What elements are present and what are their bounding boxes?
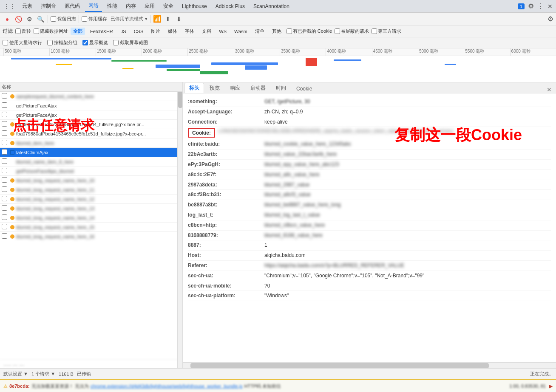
disable-cache-input[interactable] [82, 16, 87, 22]
tab-response[interactable]: 响应 [225, 83, 245, 93]
filter-ws-button[interactable]: WS [216, 28, 229, 34]
filter-wasm-button[interactable]: Wasm [232, 28, 250, 34]
more-icon[interactable]: ⋮ [537, 2, 544, 10]
request-item-8[interactable]: blurred_name_item_8_here [0, 157, 182, 166]
request-item-9[interactable]: getPictureFaceAjax_blurred [0, 166, 182, 176]
req-checkbox-6[interactable] [2, 140, 9, 146]
clear-button[interactable]: 🚫 [14, 14, 23, 24]
tick-2000: 2000 毫秒 [142, 48, 187, 56]
filter-media-button[interactable]: 媒体 [165, 28, 180, 35]
menu-application[interactable]: 应用 [141, 1, 158, 11]
menu-elements[interactable]: 元素 [19, 1, 36, 11]
close-icon[interactable]: ✕ [547, 3, 553, 10]
request-list[interactable]: 名称 samplerequest_blurred_content_here ge… [0, 82, 183, 368]
settings-icon[interactable]: ⚙ [528, 2, 534, 10]
val-epy: blurred_epy_value_here_abc123 [264, 161, 551, 168]
tab-preview[interactable]: 预览 [205, 83, 224, 93]
export-button[interactable]: ⬇ [174, 14, 184, 24]
filter-js-button[interactable]: JS [118, 28, 129, 34]
tab-initiator[interactable]: 启动器 [246, 83, 270, 93]
large-rows-checkbox[interactable]: 使用大量请求行 [3, 39, 42, 46]
filter-doc-button[interactable]: 文档 [199, 28, 214, 35]
show-overview-checkbox[interactable]: 显示概览 [82, 39, 108, 46]
header-row-connection: Connection: keep-alive [188, 117, 551, 127]
status-settings[interactable]: 默认设置 ▼ [3, 371, 28, 377]
menu-scan[interactable]: ScanAnnotation [250, 2, 293, 11]
request-detail: 复制这一段Cookie 标头 预览 响应 启动器 时间 Cookie ✕ :so… [183, 82, 556, 368]
tab-headers[interactable]: 标头 [184, 83, 204, 93]
search-button[interactable]: 🔍 [36, 14, 45, 24]
req-checkbox-3[interactable] [2, 112, 9, 118]
filter-other-button[interactable]: 其他 [269, 28, 284, 35]
req-checkbox-7[interactable] [2, 149, 9, 155]
request-item-11[interactable]: blurred_long_request_name_here_11 [0, 185, 182, 195]
request-item-6[interactable]: blurred_item_here [0, 138, 182, 148]
request-item-selected[interactable]: latestClaimAjax [0, 148, 182, 157]
tab-timing[interactable]: 时间 [271, 83, 291, 93]
request-item-3[interactable]: getPictureFaceAjax [0, 110, 182, 120]
filter-all-button[interactable]: 全部 [71, 28, 85, 35]
menu-console[interactable]: 控制台 [37, 1, 60, 11]
request-item-14[interactable]: blurred_long_request_name_here_14 [0, 213, 182, 223]
timeline-bar-10 [56, 64, 72, 65]
h-scrollbar-thumb[interactable] [190, 363, 489, 368]
tab-cookie[interactable]: Cookie [292, 84, 317, 93]
request-item-5[interactable]: fba079880afPbda4153465c3e5fb1c51d_fullsi… [0, 129, 182, 138]
filter-css-button[interactable]: CSS [131, 28, 146, 34]
req-checkbox-2[interactable] [2, 102, 9, 109]
timeline-bar-6 [211, 62, 278, 65]
menu-lighthouse[interactable]: Lighthouse [179, 2, 210, 11]
blocked-requests-checkbox[interactable]: 被屏蔽的请求 [335, 28, 369, 34]
key-sec-ch-ua: sec-ch-ua: [188, 272, 264, 279]
request-item-4[interactable]: 8d39d51ced552122b085b8ad57ed504_fullsize… [0, 120, 182, 129]
toolbar-right: ⚙ [547, 15, 553, 23]
record-button[interactable]: ● [3, 14, 12, 24]
group-by-frame-checkbox[interactable]: 按框架分组 [47, 39, 77, 46]
capture-screenshot-checkbox[interactable]: 截取屏幕截图 [113, 39, 148, 46]
filter-clear-button[interactable]: 清单 [252, 28, 267, 35]
menu-sources[interactable]: 源代码 [61, 1, 83, 11]
disable-cache-checkbox[interactable]: 停用缓存 [82, 16, 107, 22]
list-scrollbar[interactable] [177, 82, 182, 368]
third-party-checkbox[interactable]: 第三方请求 [372, 28, 401, 34]
menu-memory[interactable]: 内存 [122, 1, 139, 11]
preserve-log-input[interactable] [51, 16, 56, 22]
throttle-dropdown-icon[interactable]: ▾ [145, 16, 148, 22]
request-item-12[interactable]: blurred_long_request_name_here_12 [0, 195, 182, 204]
filter-font-button[interactable]: 字体 [182, 28, 197, 35]
timeline-bar-11 [122, 68, 133, 69]
req-checkbox-5[interactable] [2, 130, 9, 137]
req-icon-12 [10, 197, 14, 201]
header-row-sec-ch-ua-mobile: sec-ch-ua-mobile: ?0 [188, 281, 551, 291]
menu-network[interactable]: 网络 [85, 0, 102, 12]
filter-label: 过滤 [3, 28, 13, 35]
filter-fetch-xhr-button[interactable]: Fetch/XHR [88, 28, 116, 34]
preserve-log-checkbox[interactable]: 保留日志 [51, 16, 76, 22]
detail-close-button[interactable]: ✕ [544, 86, 554, 93]
filter-img-button[interactable]: 图片 [148, 28, 163, 35]
status-count[interactable]: 1 个请求 ▼ [31, 371, 55, 377]
menu-security[interactable]: 安全 [160, 1, 177, 11]
req-checkbox-4[interactable] [2, 121, 9, 127]
console-prompt[interactable]: ▶ [549, 384, 553, 389]
detail-h-scrollbar[interactable] [183, 362, 556, 368]
has-blocked-cookies-checkbox[interactable]: 有已拦截的 Cookie [287, 28, 332, 34]
hide-data-urls-checkbox[interactable]: 隐藏数据网址 [34, 28, 68, 34]
request-item-10[interactable]: blurred_long_request_name_here_10 [0, 176, 182, 185]
network-settings-icon[interactable]: ⚙ [547, 15, 553, 23]
request-item-13[interactable]: blurred_long_request_name_here_13 [0, 204, 182, 213]
header-row-accept-language: Accept-Language: zh-CN, zh; q=0.9 [188, 107, 551, 117]
request-item-2[interactable]: getPictureFaceAjax [0, 101, 182, 110]
request-item-1[interactable]: samplerequest_blurred_content_here [0, 92, 182, 101]
import-button[interactable]: ⬆ [163, 14, 173, 24]
header-val-accept-language: zh-CN, zh; q=0.9 [264, 108, 551, 116]
console-link[interactable]: chrome.extension://d4d43db/lighthouse/we… [91, 384, 243, 389]
menu-adblock[interactable]: Adblock Plus [212, 2, 248, 11]
menu-performance[interactable]: 性能 [104, 1, 121, 11]
request-item-16[interactable]: blurred_long_request_name_here_16 [0, 232, 182, 241]
timeline[interactable]: 500 毫秒 1000 毫秒 1500 毫秒 2000 毫秒 2500 毫秒 3… [0, 48, 556, 82]
request-item-15[interactable]: blurred_long_request_name_here_15 [0, 223, 182, 232]
filter-toggle-button[interactable]: ⚙ [25, 14, 34, 24]
invert-checkbox[interactable]: 反转 [15, 28, 31, 34]
req-checkbox-1[interactable] [2, 93, 9, 99]
